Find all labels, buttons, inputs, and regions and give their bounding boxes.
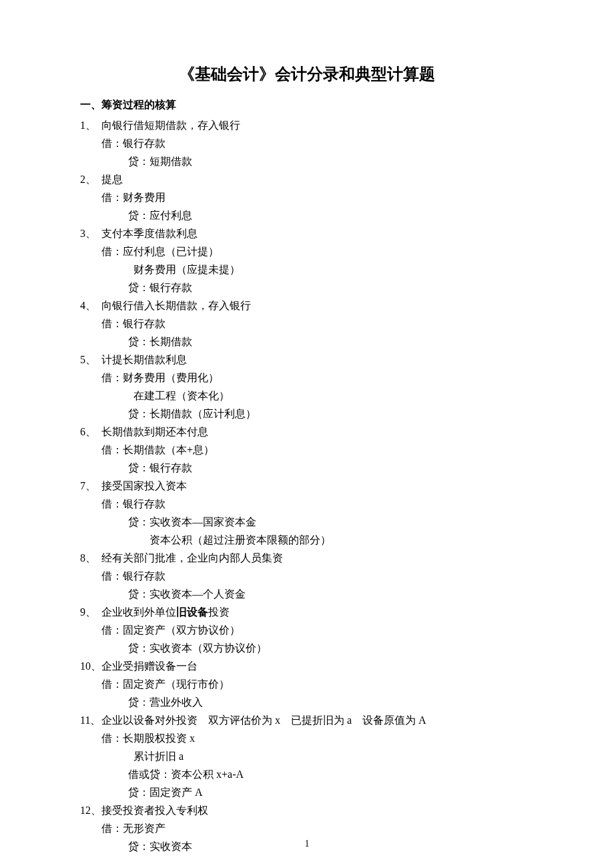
entry-line: 贷：长期借款 — [80, 333, 534, 351]
entry-line: 在建工程（资本化） — [80, 387, 534, 405]
item-heading: 9、企业收到外单位旧设备投资 — [80, 603, 534, 621]
item-description: 向银行借入长期借款，存入银行 — [101, 296, 251, 314]
item-heading: 7、接受国家投入资本 — [80, 477, 534, 495]
entry-line: 贷：实收资本—国家资本金 — [80, 513, 534, 531]
item-heading: 8、经有关部门批准，企业向内部人员集资 — [80, 549, 534, 567]
entry-line: 借：无形资产 — [80, 819, 534, 837]
entry-line: 贷：银行存款 — [80, 278, 534, 296]
item-heading: 6、长期借款到期还本付息 — [80, 423, 534, 441]
item-number: 2、 — [80, 170, 101, 188]
item-number: 11、 — [80, 711, 101, 729]
entry-line: 借：银行存款 — [80, 495, 534, 513]
list-item: 11、企业以设备对外投资 双方评估价为 x 已提折旧为 a 设备原值为 A借：长… — [80, 711, 534, 801]
item-description: 企业收到外单位旧设备投资 — [101, 603, 230, 621]
entry-line: 贷：营业外收入 — [80, 693, 534, 711]
item-description: 经有关部门批准，企业向内部人员集资 — [101, 549, 283, 567]
items-list: 1、向银行借短期借款，存入银行借：银行存款贷：短期借款2、提息借：财务费用贷：应… — [80, 116, 534, 855]
list-item: 10、企业受捐赠设备一台借：固定资产（现行市价）贷：营业外收入 — [80, 657, 534, 711]
item-number: 12、 — [80, 801, 101, 819]
entry-line: 贷：长期借款（应计利息） — [80, 405, 534, 423]
entry-line: 借：固定资产（现行市价） — [80, 675, 534, 693]
entry-line: 借：应付利息（已计提） — [80, 242, 534, 260]
entry-line: 贷：短期借款 — [80, 152, 534, 170]
list-item: 9、企业收到外单位旧设备投资借：固定资产（双方协议价）贷：实收资本（双方协议价） — [80, 603, 534, 657]
list-item: 7、接受国家投入资本借：银行存款贷：实收资本—国家资本金资本公积（超过注册资本限… — [80, 477, 534, 549]
item-description: 向银行借短期借款，存入银行 — [101, 116, 240, 134]
item-heading: 4、向银行借入长期借款，存入银行 — [80, 296, 534, 314]
item-description: 支付本季度借款利息 — [101, 224, 198, 242]
item-heading: 2、提息 — [80, 170, 534, 188]
item-number: 5、 — [80, 351, 101, 369]
item-number: 4、 — [80, 296, 101, 314]
item-description: 接受投资者投入专利权 — [101, 801, 208, 819]
item-heading: 10、企业受捐赠设备一台 — [80, 657, 534, 675]
item-number: 8、 — [80, 549, 101, 567]
item-number: 9、 — [80, 603, 101, 621]
section-heading: 一、筹资过程的核算 — [80, 98, 534, 112]
item-description: 企业以设备对外投资 双方评估价为 x 已提折旧为 a 设备原值为 A — [101, 711, 426, 729]
list-item: 5、计提长期借款利息借：财务费用（费用化）在建工程（资本化）贷：长期借款（应计利… — [80, 351, 534, 423]
entry-line: 借：银行存款 — [80, 567, 534, 585]
entry-line: 贷：实收资本（双方协议价） — [80, 639, 534, 657]
item-number: 1、 — [80, 116, 101, 134]
entry-line: 贷：银行存款 — [80, 459, 534, 477]
item-description: 企业受捐赠设备一台 — [101, 657, 198, 675]
entry-line: 借：财务费用（费用化） — [80, 369, 534, 387]
item-description: 提息 — [101, 170, 123, 188]
item-heading: 5、计提长期借款利息 — [80, 351, 534, 369]
item-number: 7、 — [80, 477, 101, 495]
item-number: 3、 — [80, 224, 101, 242]
entry-line: 借：银行存款 — [80, 134, 534, 152]
bold-text: 旧设备 — [176, 606, 208, 618]
document-title: 《基础会计》会计分录和典型计算题 — [80, 63, 534, 85]
entry-line: 借：固定资产（双方协议价） — [80, 621, 534, 639]
item-heading: 1、向银行借短期借款，存入银行 — [80, 116, 534, 134]
entry-line: 借：财务费用 — [80, 188, 534, 206]
entry-line: 借：长期借款（本+息） — [80, 441, 534, 459]
entry-line: 贷：应付利息 — [80, 206, 534, 224]
entry-line: 资本公积（超过注册资本限额的部分） — [80, 531, 534, 549]
list-item: 2、提息借：财务费用贷：应付利息 — [80, 170, 534, 224]
list-item: 4、向银行借入长期借款，存入银行借：银行存款贷：长期借款 — [80, 296, 534, 351]
entry-line: 财务费用（应提未提） — [80, 260, 534, 278]
item-number: 6、 — [80, 423, 101, 441]
list-item: 1、向银行借短期借款，存入银行借：银行存款贷：短期借款 — [80, 116, 534, 170]
page-number: 1 — [0, 839, 614, 849]
entry-line: 借或贷：资本公积 x+a-A — [80, 765, 534, 783]
item-heading: 12、接受投资者投入专利权 — [80, 801, 534, 819]
item-description: 计提长期借款利息 — [101, 351, 187, 369]
item-number: 10、 — [80, 657, 101, 675]
list-item: 3、支付本季度借款利息借：应付利息（已计提）财务费用（应提未提）贷：银行存款 — [80, 224, 534, 296]
item-description: 长期借款到期还本付息 — [101, 423, 208, 441]
entry-line: 借：长期股权投资 x — [80, 729, 534, 747]
item-heading: 3、支付本季度借款利息 — [80, 224, 534, 242]
item-heading: 11、企业以设备对外投资 双方评估价为 x 已提折旧为 a 设备原值为 A — [80, 711, 534, 729]
entry-line: 贷：固定资产 A — [80, 783, 534, 801]
list-item: 6、长期借款到期还本付息借：长期借款（本+息）贷：银行存款 — [80, 423, 534, 477]
entry-line: 贷：实收资本—个人资金 — [80, 585, 534, 603]
list-item: 8、经有关部门批准，企业向内部人员集资借：银行存款贷：实收资本—个人资金 — [80, 549, 534, 603]
item-description: 接受国家投入资本 — [101, 477, 187, 495]
entry-line: 借：银行存款 — [80, 314, 534, 333]
entry-line: 累计折旧 a — [80, 747, 534, 765]
